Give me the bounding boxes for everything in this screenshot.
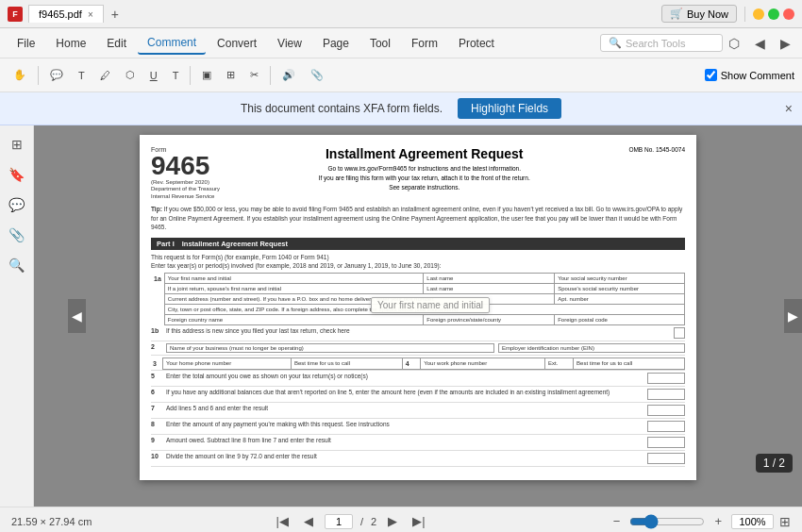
- home-phone-cell[interactable]: Your home phone number: [163, 358, 292, 370]
- line-1b-checkbox[interactable]: [674, 327, 685, 339]
- xfa-close-btn[interactable]: ×: [785, 101, 793, 116]
- back-icon[interactable]: ◀: [751, 34, 769, 53]
- toolbar-text-box[interactable]: T: [167, 67, 185, 84]
- menu-protect[interactable]: Protect: [449, 33, 504, 54]
- show-comment-checkbox[interactable]: [705, 69, 717, 81]
- first-page-btn[interactable]: |◀: [273, 512, 292, 530]
- app-icon: F: [8, 7, 23, 22]
- sidebar-attachment-icon[interactable]: 📎: [6, 224, 28, 246]
- menu-view[interactable]: View: [268, 33, 311, 54]
- sidebar-bookmark-icon[interactable]: 🔖: [6, 163, 28, 186]
- work-phone-cell[interactable]: Your work phone number: [421, 358, 545, 370]
- menu-file[interactable]: File: [8, 33, 44, 54]
- menu-home[interactable]: Home: [46, 33, 95, 54]
- ssn-cell[interactable]: Your social security number: [555, 274, 685, 284]
- next-page-btn[interactable]: ▶: [384, 512, 401, 530]
- zoom-in-btn[interactable]: +: [710, 512, 726, 530]
- menu-page[interactable]: Page: [313, 33, 359, 54]
- line-8-label: Enter the amount of any payment you're m…: [166, 421, 643, 427]
- foreign-province-cell[interactable]: Foreign province/state/county: [424, 315, 555, 325]
- field-6-num: 6: [151, 389, 162, 395]
- new-tab-btn[interactable]: +: [104, 4, 126, 25]
- form-number: 9465: [151, 153, 220, 179]
- foreign-province-label: Foreign province/state/county: [426, 317, 551, 323]
- search-tools-input[interactable]: 🔍 Search Tools: [600, 34, 723, 52]
- toolbar-stamp[interactable]: ▣: [196, 66, 217, 84]
- highlight-fields-btn[interactable]: Highlight Fields: [458, 98, 561, 119]
- menu-edit[interactable]: Edit: [97, 33, 136, 54]
- toolbar-sticky-note[interactable]: 💬: [44, 66, 69, 84]
- spouse-ssn-cell[interactable]: Spouse's social security number: [555, 284, 685, 294]
- form-fields-table: 1a Your first name and initial Last name…: [151, 273, 685, 325]
- field-2-num: 2: [151, 343, 162, 353]
- zoom-out-btn[interactable]: −: [610, 512, 625, 530]
- toolbar-hand[interactable]: ✋: [8, 66, 32, 84]
- ext-cell[interactable]: Ext.: [545, 358, 574, 370]
- spouse-last-cell[interactable]: Last name: [424, 284, 555, 294]
- field-1a-num: 1a: [154, 275, 161, 282]
- table-row: Your home phone number Best time for us …: [163, 358, 685, 370]
- minimize-btn[interactable]: [753, 8, 764, 20]
- zoom-slider[interactable]: [629, 514, 705, 529]
- toolbar-delete[interactable]: ✂: [244, 66, 264, 84]
- menu-comment[interactable]: Comment: [138, 32, 206, 55]
- tab-close-btn[interactable]: ×: [88, 9, 93, 20]
- buy-now-btn[interactable]: 🛒 Buy Now: [661, 5, 737, 23]
- toolbar-shapes[interactable]: ⬡: [120, 66, 141, 84]
- toolbar-attachment[interactable]: 📎: [305, 66, 329, 84]
- doc-nav-left-btn[interactable]: ◀: [68, 299, 86, 333]
- best-time-cell[interactable]: Best time for us to call: [291, 358, 402, 370]
- show-comment-label[interactable]: Show Comment: [705, 69, 794, 81]
- sidebar-thumbnail-icon[interactable]: ⊞: [6, 133, 28, 156]
- share-icon[interactable]: ⬡: [725, 34, 744, 53]
- apt-label: Apt. number: [558, 296, 681, 302]
- foreign-country-label: Foreign country name: [168, 317, 421, 323]
- city-cell[interactable]: City, town or post office, state, and ZI…: [164, 305, 684, 315]
- menu-form[interactable]: Form: [402, 33, 447, 54]
- line-9-label: Amount owed. Subtract line 8 from line 7…: [166, 437, 643, 443]
- best-time-work-label: Best time for us to call: [576, 360, 681, 366]
- doc-nav-right-btn[interactable]: ▶: [784, 299, 802, 333]
- tip-label: Tip:: [151, 206, 162, 212]
- toolbar-insert[interactable]: ⊞: [221, 66, 241, 84]
- page-input[interactable]: [325, 514, 353, 529]
- zoom-controls: − + ⊞: [610, 512, 791, 530]
- foreign-country-cell[interactable]: Foreign country name: [164, 315, 424, 325]
- toolbar-highlight[interactable]: 🖊: [94, 67, 116, 84]
- spouse-name-cell[interactable]: If a joint return, spouse's first name a…: [164, 284, 424, 294]
- foreign-postal-cell[interactable]: Foreign postal code: [555, 315, 685, 325]
- sidebar-comment-icon[interactable]: 💬: [6, 193, 28, 216]
- fit-page-btn[interactable]: ⊞: [779, 514, 791, 529]
- maximize-btn[interactable]: [768, 8, 779, 20]
- sidebar-search-icon[interactable]: 🔍: [6, 254, 28, 276]
- apt-cell[interactable]: Apt. number: [555, 294, 685, 305]
- forward-icon[interactable]: ▶: [777, 34, 794, 53]
- line-7-box[interactable]: [647, 405, 685, 416]
- toolbar-underline[interactable]: U: [144, 67, 163, 84]
- address-label: Current address (number and street). If …: [168, 296, 551, 302]
- last-name-cell[interactable]: Last name: [424, 274, 555, 284]
- toolbar-text-comment[interactable]: T: [73, 67, 91, 84]
- close-btn[interactable]: [783, 8, 794, 20]
- line-8-box[interactable]: [647, 421, 685, 432]
- address-cell[interactable]: Current address (number and street). If …: [164, 294, 554, 305]
- part-i-title: Installment Agreement Request: [182, 240, 288, 248]
- line-6-box[interactable]: [647, 389, 685, 400]
- best-time-work-cell[interactable]: Best time for us to call: [574, 358, 685, 370]
- pdf-document: Your first name and initial Form 9465 (R…: [140, 135, 696, 480]
- line-10-box[interactable]: [647, 453, 685, 464]
- toolbar-audio[interactable]: 🔊: [276, 66, 301, 84]
- business-name-cell[interactable]: Name of your business (must no longer be…: [166, 343, 494, 353]
- form-subtitle1: Go to www.irs.gov/Form9465 for instructi…: [229, 164, 619, 174]
- form-main-title: Installment Agreement Request: [229, 146, 619, 161]
- file-tab[interactable]: f9465.pdf ×: [28, 5, 104, 23]
- employer-id-cell[interactable]: Employer identification number (EIN): [498, 343, 685, 353]
- zoom-input[interactable]: [731, 514, 774, 529]
- prev-page-btn[interactable]: ◀: [300, 512, 317, 530]
- last-page-btn[interactable]: ▶|: [409, 512, 428, 530]
- line-5-box[interactable]: [647, 373, 685, 384]
- first-name-cell[interactable]: Your first name and initial: [164, 274, 424, 284]
- menu-convert[interactable]: Convert: [208, 33, 266, 54]
- line-9-box[interactable]: [647, 437, 685, 448]
- menu-tool[interactable]: Tool: [360, 33, 400, 54]
